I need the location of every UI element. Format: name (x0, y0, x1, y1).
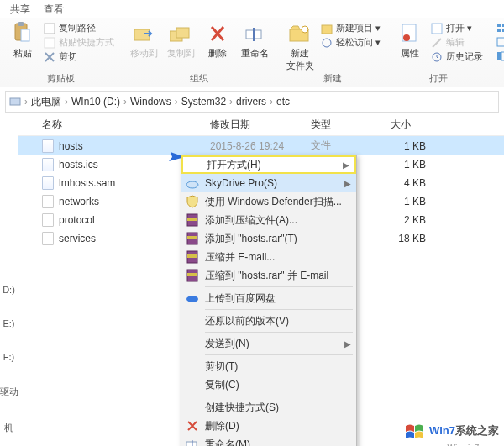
delete-button[interactable]: 删除 (202, 22, 234, 60)
crumb-item[interactable]: System32 (181, 96, 226, 108)
new-folder-button[interactable]: 新建 文件夹 (284, 22, 316, 72)
history-button[interactable]: 历史记录 (431, 50, 483, 63)
none-icon (185, 359, 200, 374)
menu-item-label: 压缩并 E-mail... (205, 250, 351, 265)
chevron-right-icon: ▶ (344, 179, 351, 188)
svg-point-11 (302, 26, 308, 33)
file-icon (42, 232, 54, 245)
crumb-item[interactable]: 此电脑 (31, 95, 61, 109)
menu-item-label: 还原以前的版本(V) (205, 314, 351, 328)
annotation-arrow (80, 150, 185, 161)
svg-rect-12 (322, 25, 332, 34)
context-menu-item[interactable]: 添加到 "hosts.rar"(T) (181, 229, 356, 248)
svg-rect-20 (497, 29, 501, 32)
column-headers[interactable]: 名称修改日期类型大小 (18, 113, 504, 136)
menu-item-label: 上传到百度网盘 (205, 291, 351, 306)
svg-rect-7 (176, 28, 189, 38)
file-icon (42, 195, 54, 208)
del-icon (185, 418, 200, 433)
move-to-button[interactable]: 移动到 (128, 22, 160, 60)
svg-rect-9 (253, 28, 255, 41)
shield-icon (185, 194, 200, 209)
edit-button: 编辑 (431, 36, 483, 49)
cut-button[interactable]: 剪切 (44, 50, 114, 63)
context-menu-item[interactable]: 压缩到 "hosts.rar" 并 E-mail (181, 266, 356, 285)
context-menu-item[interactable]: 重命名(M) (181, 435, 356, 446)
menu-item-label: 发送到(N) (205, 337, 339, 351)
crumb-item[interactable]: WIn10 (D:) (71, 96, 120, 108)
svg-rect-34 (187, 273, 197, 276)
select-all-button[interactable]: 全部选择 (496, 22, 504, 34)
svg-rect-23 (497, 52, 501, 60)
open-button[interactable]: 打开 ▾ (431, 22, 483, 34)
delete-icon (206, 22, 229, 45)
crumb-item[interactable]: Windows (130, 96, 171, 108)
copy-path-button[interactable]: 复制路径 (44, 22, 114, 34)
svg-rect-2 (21, 29, 29, 41)
none-icon (185, 336, 200, 351)
sidebar: D:) E:) F:) 驱动 机 (0, 113, 18, 446)
menu-item-label: 使用 Windows Defender扫描... (205, 195, 351, 209)
crumb-item[interactable]: drivers (236, 96, 266, 108)
menu-item-label: SkyDrive Pro(S) (205, 177, 339, 189)
sidebar-item[interactable]: 驱动 (0, 386, 18, 398)
menu-item-label: 打开方式(H) (207, 158, 338, 172)
menu-item-label: 复制(C) (205, 378, 351, 392)
file-name: lmhosts.sam (59, 177, 115, 189)
context-menu-item[interactable]: 删除(D) (181, 417, 356, 435)
sidebar-drive-e[interactable]: E:) (3, 318, 14, 328)
context-menu-item[interactable]: 使用 Windows Defender扫描... (181, 192, 356, 211)
svg-rect-30 (187, 236, 197, 239)
menu-item-label: 剪切(T) (205, 359, 351, 374)
easy-access-button[interactable]: 轻松访问 ▾ (321, 36, 381, 49)
menu-item-label: 重命名(M) (205, 438, 351, 447)
select-none-button[interactable]: 全部取消 (496, 36, 504, 49)
svg-rect-37 (192, 440, 193, 446)
sidebar-item[interactable]: 机 (4, 422, 13, 434)
context-menu-item[interactable]: 上传到百度网盘 (181, 289, 356, 307)
context-menu-item[interactable]: 创建快捷方式(S) (181, 398, 356, 417)
file-name: protocol (59, 214, 95, 226)
rename-button[interactable]: 重命名 (239, 22, 270, 60)
context-menu-item[interactable]: SkyDrive Pro(S)▶ (181, 174, 356, 192)
file-icon (42, 139, 54, 153)
ribbon-group-new: 新建 文件夹 新建项目 ▾ 轻松访问 ▾ 新建 (277, 18, 387, 87)
menu-item-label: 压缩到 "hosts.rar" 并 E-mail (205, 269, 351, 283)
crumb-item[interactable]: etc (276, 96, 290, 108)
file-icon (42, 176, 54, 190)
file-icon (42, 213, 54, 227)
context-menu-item[interactable]: 压缩并 E-mail... (181, 248, 356, 266)
ribbon: 粘贴 复制路径 粘贴快捷方式 剪切 剪贴板 移动到 复制到 删除 重命名 组织 … (0, 18, 504, 87)
tab-share[interactable]: 共享 (10, 3, 30, 17)
folder-icon (288, 22, 312, 45)
svg-rect-25 (10, 98, 20, 105)
chevron-right-icon: ▶ (344, 339, 351, 349)
new-item-button[interactable]: 新建项目 ▾ (321, 22, 381, 34)
context-menu-item[interactable]: 复制(C) (181, 375, 356, 394)
paste-button[interactable]: 粘贴 (7, 22, 39, 60)
properties-button[interactable]: 属性 (394, 22, 426, 60)
svg-rect-28 (187, 218, 197, 221)
svg-rect-18 (497, 24, 501, 27)
tab-view[interactable]: 查看 (44, 3, 64, 17)
context-menu-item[interactable]: 还原以前的版本(V) (181, 312, 356, 330)
ribbon-group-select: 全部选择 全部取消 反向选择 选择 (490, 18, 504, 87)
context-menu-item[interactable]: 打开方式(H)▶ (181, 155, 356, 174)
breadcrumb[interactable]: › 此电脑› WIn10 (D:)› Windows› System32› dr… (5, 91, 499, 113)
rar-icon (185, 231, 200, 246)
sidebar-drive-f[interactable]: F:) (3, 352, 14, 362)
file-icon (42, 158, 54, 171)
svg-point-15 (403, 34, 410, 41)
file-name: networks (59, 196, 99, 207)
invert-selection-button[interactable]: 反向选择 (496, 50, 504, 63)
svg-point-35 (186, 296, 198, 302)
ribbon-group-organize: 移动到 复制到 删除 重命名 组织 (121, 18, 277, 87)
svg-point-13 (323, 39, 331, 47)
menu-item-label: 创建快捷方式(S) (205, 401, 351, 415)
context-menu-item[interactable]: 剪切(T) (181, 357, 356, 375)
context-menu-item[interactable]: 发送到(N)▶ (181, 334, 356, 353)
ribbon-group-open: 属性 打开 ▾ 编辑 历史记录 打开 (387, 18, 490, 87)
copy-to-button[interactable]: 复制到 (165, 22, 197, 60)
context-menu-item[interactable]: 添加到压缩文件(A)... (181, 211, 356, 229)
sidebar-drive-d[interactable]: D:) (3, 285, 15, 295)
